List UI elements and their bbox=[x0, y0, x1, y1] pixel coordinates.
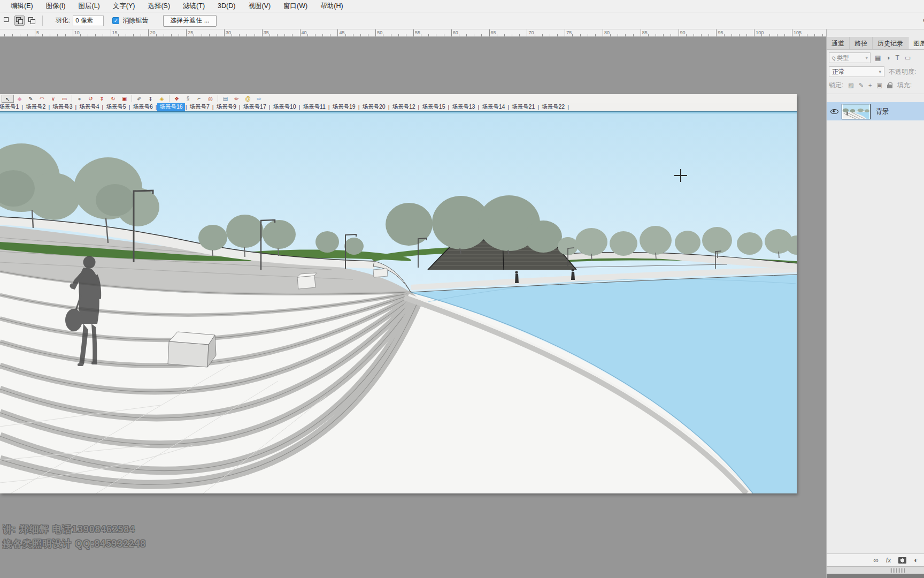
fill-label: 填充: bbox=[897, 81, 912, 90]
ruler-label: 45 bbox=[339, 30, 344, 35]
new-selection-icon[interactable] bbox=[2, 16, 12, 26]
scene-tab-场景号4: 场景号4 bbox=[77, 103, 101, 111]
ruler-tick bbox=[679, 29, 679, 36]
ruler-tick bbox=[489, 29, 490, 36]
document-canvas[interactable]: ↖◆✎◠∨▭●↺⇕↻▣✐↧◈❖§⌐◎▤✏@⇨ 场景号1|场景号2|场景号3|场景… bbox=[0, 94, 797, 493]
ruler-tick bbox=[141, 34, 141, 36]
ruler-tick bbox=[57, 34, 58, 36]
search-icon[interactable]: ρ bbox=[920, 15, 924, 25]
lock-paint-icon[interactable]: ✎ bbox=[859, 82, 864, 89]
layer-row-background[interactable]: 背景 bbox=[827, 102, 924, 120]
section-tool-icon: § bbox=[182, 95, 194, 103]
panel-tab-历史记录[interactable]: 历史记录 bbox=[873, 37, 908, 49]
ruler-label: 95 bbox=[718, 30, 723, 35]
shape-filter-icon[interactable]: ▭ bbox=[905, 54, 911, 62]
ruler-tick bbox=[686, 34, 687, 36]
ruler-tick bbox=[337, 29, 338, 36]
ruler-tick bbox=[118, 34, 119, 36]
ruler-tick bbox=[345, 34, 346, 36]
dimension-tool-icon: ↧ bbox=[145, 95, 156, 103]
ruler-tick bbox=[739, 34, 740, 36]
antialias-checkbox[interactable]: ✓ bbox=[112, 17, 119, 24]
followme-tool-icon: ❖ bbox=[171, 95, 182, 103]
menu-item-编辑(E)[interactable]: 编辑(E) bbox=[4, 0, 40, 12]
ruler-tick bbox=[656, 34, 656, 36]
ruler-tick bbox=[179, 34, 179, 36]
scene-tab-场景号21: 场景号21 bbox=[510, 103, 537, 111]
ruler-label: 25 bbox=[188, 30, 193, 35]
ruler-tick bbox=[383, 34, 383, 36]
filter-label: 类型 bbox=[837, 54, 849, 62]
antialias-label: 消除锯齿 bbox=[122, 16, 148, 25]
menu-item-3D(D)[interactable]: 3D(D) bbox=[211, 0, 242, 12]
rectangle-tool-icon: ▭ bbox=[59, 95, 70, 103]
lock-artboard-icon[interactable]: ▣ bbox=[876, 82, 882, 89]
line-tool-icon: ✎ bbox=[25, 95, 36, 103]
type-filter-icon[interactable]: T bbox=[896, 54, 899, 62]
scrollbar-nub bbox=[890, 568, 905, 573]
ruler-tick bbox=[754, 29, 754, 36]
add-selection-icon[interactable] bbox=[14, 16, 25, 26]
menu-item-滤镜(T)[interactable]: 滤镜(T) bbox=[176, 0, 211, 12]
adjustment-filter-icon[interactable]: ◑ bbox=[886, 54, 890, 62]
ruler-tick bbox=[603, 29, 603, 36]
menu-item-选择(S)[interactable]: 选择(S) bbox=[141, 0, 176, 12]
menu-item-视图(V)[interactable]: 视图(V) bbox=[242, 0, 277, 12]
menu-item-帮助(H)[interactable]: 帮助(H) bbox=[314, 0, 349, 12]
layer-filter-row: ρ 类型 ▾ ▦◑T▭ bbox=[829, 52, 924, 64]
scene-tab-separator: | bbox=[567, 104, 569, 110]
ruler-tick bbox=[588, 34, 588, 36]
panel-tab-图层[interactable]: 图层 bbox=[908, 37, 924, 49]
filter-search-icon: ρ bbox=[829, 54, 837, 62]
ruler-tick bbox=[535, 34, 535, 36]
ruler-tick bbox=[474, 34, 474, 36]
ruler-tick bbox=[50, 34, 50, 36]
menu-item-图层(L)[interactable]: 图层(L) bbox=[72, 0, 106, 12]
menu-item-图像(I)[interactable]: 图像(I) bbox=[40, 0, 72, 12]
feather-input[interactable] bbox=[73, 16, 104, 26]
axes-tool-icon: ⌐ bbox=[194, 95, 205, 103]
panel-tab-路径[interactable]: 路径 bbox=[850, 37, 873, 49]
select-and-mask-button[interactable]: 选择并遮住 ... bbox=[163, 15, 216, 27]
ruler-tick bbox=[406, 34, 406, 36]
ruler-tick bbox=[186, 29, 187, 36]
select-tool-icon: ↖ bbox=[2, 95, 14, 103]
ruler-tick bbox=[171, 34, 172, 36]
ruler-label: 85 bbox=[642, 30, 648, 35]
lock-all-icon[interactable] bbox=[887, 82, 892, 88]
layer-mask-icon[interactable] bbox=[898, 557, 906, 564]
ruler-label: 105 bbox=[794, 30, 802, 35]
layer-filter-select[interactable]: ρ 类型 ▾ bbox=[829, 52, 871, 63]
ruler-label: 10 bbox=[74, 30, 80, 35]
ruler-label: 100 bbox=[756, 30, 764, 35]
blend-mode-select[interactable]: 正常 ▾ bbox=[829, 66, 884, 77]
panel-scrollbar[interactable] bbox=[827, 566, 924, 574]
position-camera-icon: ✏ bbox=[231, 95, 242, 103]
pixel-filter-icon[interactable]: ▦ bbox=[875, 54, 881, 62]
ruler-label: 55 bbox=[415, 30, 420, 35]
ruler-tick bbox=[300, 29, 301, 36]
panel-tab-通道[interactable]: 通道 bbox=[827, 37, 850, 49]
ruler-tick bbox=[504, 34, 505, 36]
ruler-tick bbox=[550, 34, 550, 36]
link-layers-icon[interactable]: ∞ bbox=[874, 556, 879, 564]
orbit-tool-icon: ↺ bbox=[85, 95, 96, 103]
layer-visibility-toggle[interactable] bbox=[827, 109, 842, 114]
layers-panel: 通道路径历史记录图层 ρ 类型 ▾ ▦◑T▭ 正常 ▾ 不透明度: 锁定: ▨✎… bbox=[826, 29, 924, 578]
chevron-down-icon: ▾ bbox=[865, 55, 868, 60]
layer-effects-icon[interactable]: fx bbox=[886, 557, 891, 564]
lock-move-icon[interactable]: + bbox=[868, 82, 872, 88]
ruler-tick bbox=[792, 29, 792, 36]
ruler-label: 5 bbox=[36, 30, 39, 35]
menu-item-文字(Y)[interactable]: 文字(Y) bbox=[106, 0, 142, 12]
ruler-tick bbox=[255, 34, 255, 36]
ruler-tick bbox=[671, 34, 671, 36]
layer-thumbnail bbox=[842, 104, 871, 119]
menu-item-窗口(W)[interactable]: 窗口(W) bbox=[277, 0, 314, 12]
lock-transparency-icon[interactable]: ▨ bbox=[848, 82, 853, 89]
ruler-label: 80 bbox=[604, 30, 610, 35]
ruler-tick bbox=[375, 29, 376, 36]
ruler-tick bbox=[421, 34, 421, 36]
subtract-selection-icon[interactable] bbox=[27, 16, 37, 26]
adjustment-layer-icon[interactable]: ◐ bbox=[914, 556, 918, 564]
